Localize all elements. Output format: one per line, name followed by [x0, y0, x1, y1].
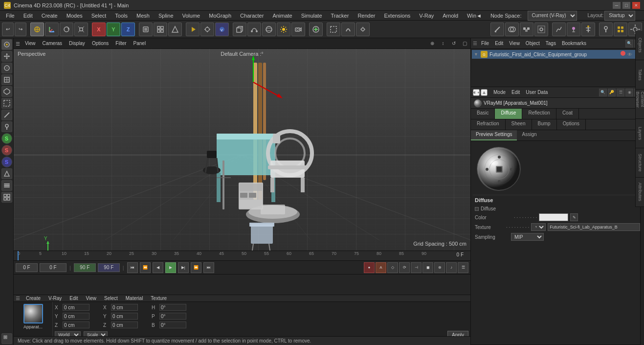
titlebar-controls[interactable]: ─ □ ✕: [613, 2, 640, 9]
coord-h-value[interactable]: 0°: [159, 304, 186, 311]
paint-button[interactable]: [567, 23, 580, 36]
lt-scale-button[interactable]: [1, 74, 12, 85]
symmetry-button[interactable]: [356, 23, 370, 36]
mat-view-menu[interactable]: View: [84, 295, 98, 301]
tab-takes[interactable]: Takes: [635, 60, 644, 90]
sound-button[interactable]: ♪: [446, 262, 457, 273]
menu-vray[interactable]: V-Ray: [415, 12, 438, 20]
menu-edit[interactable]: Edit: [20, 12, 37, 20]
lt-select-button[interactable]: [1, 98, 12, 109]
menu-tracker[interactable]: Tracker: [327, 12, 353, 20]
frame-marker[interactable]: [18, 251, 19, 260]
coord-z-scale[interactable]: 0 cm: [111, 322, 138, 328]
transport-stepback-button[interactable]: ◀: [153, 262, 163, 273]
transport-end-button[interactable]: ⏭: [203, 262, 214, 273]
z-axis-button[interactable]: Z: [121, 23, 135, 36]
obj-edit-menu[interactable]: Edit: [493, 40, 505, 46]
vray-render-button[interactable]: V: [215, 23, 229, 36]
obj-search-icon[interactable]: 🔍: [625, 40, 633, 47]
mat-material-menu[interactable]: Material: [124, 295, 145, 301]
coord-p-value[interactable]: 0°: [159, 313, 186, 320]
menu-tools[interactable]: Tools: [111, 12, 132, 20]
tab-reflection[interactable]: Reflection: [522, 109, 556, 119]
lt-subdiv-button[interactable]: [1, 333, 12, 344]
effector-button[interactable]: [534, 23, 548, 36]
tab-bump[interactable]: Bump: [532, 119, 557, 130]
attr-circle-icon[interactable]: ◉: [625, 89, 633, 96]
viewport-menu-icon[interactable]: [16, 41, 20, 46]
color-picker[interactable]: [539, 213, 568, 221]
menu-mograph[interactable]: MoGraph: [205, 12, 235, 20]
tab-structure[interactable]: Structure: [635, 148, 644, 178]
lt-knife-button[interactable]: [1, 110, 12, 120]
coord-z-pos[interactable]: 0 cm: [63, 322, 89, 328]
viewport-icon2[interactable]: ↕: [439, 40, 447, 47]
obj-view-menu[interactable]: View: [507, 40, 522, 46]
viewport-panel-menu[interactable]: Panel: [132, 40, 148, 46]
attr-key-icon[interactable]: 🔑: [608, 89, 616, 96]
scale-button[interactable]: [74, 23, 88, 36]
menu-render[interactable]: Render: [354, 12, 379, 20]
viewport-view-menu[interactable]: View: [23, 40, 38, 46]
obj-eye-icon[interactable]: 👁: [626, 51, 633, 58]
attr-mode-menu[interactable]: Mode: [491, 89, 508, 95]
coord-x-pos[interactable]: 0 cm: [63, 304, 89, 311]
attr-edit-menu[interactable]: Edit: [510, 89, 522, 95]
menu-animate[interactable]: Animate: [268, 12, 296, 20]
attr-menu-icon[interactable]: ☰: [617, 89, 624, 96]
mat-vray-menu[interactable]: V-Ray: [46, 295, 64, 301]
mat-texture-menu[interactable]: Texture: [149, 295, 169, 301]
obj-expand-icon[interactable]: ▼: [474, 52, 479, 57]
lt-polygon-button[interactable]: [1, 86, 12, 97]
menu-select[interactable]: Select: [88, 12, 111, 20]
texture-dropdown[interactable]: ▼: [531, 223, 546, 231]
obj-tags-menu[interactable]: Tags: [544, 40, 558, 46]
mograph-button[interactable]: [520, 23, 533, 36]
objects-item-group[interactable]: ▼ G Futuristic_First_aid_Clinic_Equipmen…: [472, 50, 643, 59]
viewport-filter-menu[interactable]: Filter: [113, 40, 128, 46]
viewport-cameras-menu[interactable]: Cameras: [41, 40, 65, 46]
lt-s2-button[interactable]: S: [1, 145, 12, 156]
sampling-select[interactable]: MIP None Summed: [511, 233, 544, 241]
max-frame-input[interactable]: [98, 263, 120, 272]
menu-volume[interactable]: Volume: [178, 12, 204, 20]
menu-extensions[interactable]: Extensions: [380, 12, 414, 20]
motion-clip-button[interactable]: ⊕: [434, 262, 445, 273]
tab-refraction[interactable]: Refraction: [471, 119, 506, 130]
move-tool-button[interactable]: [30, 23, 44, 36]
maximize-button[interactable]: □: [622, 2, 630, 9]
keyframe-record-button[interactable]: ●: [364, 262, 375, 273]
attr-search-icon[interactable]: 🔍: [599, 89, 607, 96]
add-object-button[interactable]: [309, 23, 323, 36]
start-frame-input[interactable]: [16, 263, 38, 272]
tab-basic[interactable]: Basic: [471, 109, 495, 119]
x-axis-button[interactable]: X: [92, 23, 106, 36]
lt-s3-button[interactable]: S: [1, 157, 12, 167]
tab-options[interactable]: Options: [557, 119, 586, 130]
render-settings-button[interactable]: [200, 23, 214, 36]
mat-create-menu[interactable]: Create: [24, 295, 43, 301]
edge-mode-button[interactable]: [168, 23, 182, 36]
axis-move-button[interactable]: [45, 23, 59, 36]
transport-start-button[interactable]: ⏮: [127, 262, 138, 273]
mat-hamburger[interactable]: ☰: [16, 296, 20, 301]
key-clamp-button[interactable]: ⊣: [411, 262, 422, 273]
rigging-button[interactable]: [581, 23, 595, 36]
menu-create[interactable]: Create: [38, 12, 62, 20]
transport-prev-button[interactable]: ⏪: [140, 262, 151, 273]
minimize-button[interactable]: ─: [613, 2, 621, 9]
tab-content-browser[interactable]: Content Browser: [635, 90, 644, 119]
attr-userdata-menu[interactable]: User Data: [524, 89, 550, 95]
attr-forward-button[interactable]: ▲: [481, 89, 488, 96]
coord-y-pos[interactable]: 0 cm: [63, 313, 89, 320]
obj-object-menu[interactable]: Object: [524, 40, 542, 46]
menu-arnold[interactable]: Arnold: [439, 12, 462, 20]
lt-paint-button[interactable]: [1, 121, 12, 132]
tab-coat[interactable]: Coat: [556, 109, 579, 119]
point-mode-button[interactable]: [154, 23, 167, 36]
lt-arrow-button[interactable]: [1, 168, 12, 179]
menu-mesh[interactable]: Mesh: [133, 12, 154, 20]
boole-button[interactable]: [505, 23, 519, 36]
nodespace-dropdown[interactable]: Current (V-Ray): [528, 11, 577, 21]
deform-tool-button[interactable]: [341, 23, 355, 36]
